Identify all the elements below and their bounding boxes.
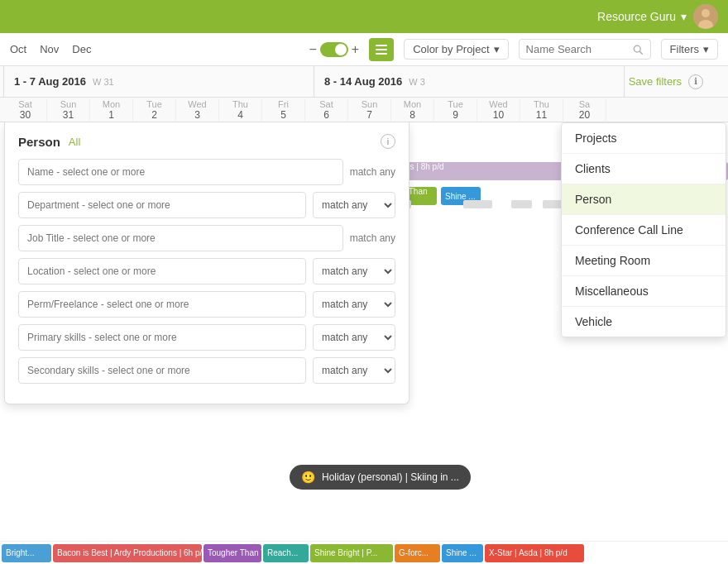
toggle-switch[interactable] bbox=[320, 42, 348, 57]
filter-row-1: match anymatch all bbox=[18, 192, 395, 218]
search-input[interactable] bbox=[526, 43, 629, 55]
color-by-chevron: ▾ bbox=[494, 43, 500, 55]
day-num: 7 bbox=[366, 109, 372, 121]
filter-input-5[interactable] bbox=[18, 324, 306, 351]
dropdown-menu: ProjectsClientsPersonConference Call Lin… bbox=[561, 122, 726, 337]
filter-row-0: match any bbox=[18, 159, 395, 185]
day-label: Sat bbox=[319, 99, 333, 109]
day-label: Thu bbox=[534, 99, 549, 109]
search-box bbox=[519, 39, 651, 60]
brand-logo[interactable]: Resource Guru ▾ bbox=[597, 10, 687, 23]
list-view-button[interactable] bbox=[369, 38, 394, 61]
day-label: Sa bbox=[579, 99, 590, 109]
day-cell-31: Sun31 bbox=[47, 99, 90, 121]
day-cell-8: Mon8 bbox=[391, 99, 434, 121]
day-num: 10 bbox=[493, 109, 504, 121]
week2-range: 8 - 14 Aug 2016 bbox=[324, 75, 402, 88]
day-num: 20 bbox=[579, 109, 590, 121]
day-cells: Sat30Sun31Mon1Tue2Wed3Thu4Fri5Sat6Sun7Mo… bbox=[4, 99, 728, 121]
save-filters-info-icon[interactable]: ℹ bbox=[688, 74, 703, 89]
filter-input-3[interactable] bbox=[18, 258, 306, 284]
day-cell-9: Tue9 bbox=[434, 99, 477, 121]
day-num: 9 bbox=[453, 109, 458, 121]
main-area: Amazing You (3T33) | Ani... Amazi... Tou… bbox=[0, 122, 728, 564]
filter-rows: match anymatch anymatch allmatch anymatc… bbox=[18, 159, 395, 384]
dropdown-item-person[interactable]: Person bbox=[562, 184, 726, 215]
filter-input-1[interactable] bbox=[18, 192, 306, 218]
match-select-5[interactable]: match anymatch all bbox=[313, 324, 395, 351]
match-label-0: match any bbox=[350, 166, 395, 178]
day-cell-4: Thu4 bbox=[219, 99, 262, 121]
filter-row-6: match anymatch all bbox=[18, 357, 395, 384]
resource-chip-4: Shine Bright | P... bbox=[310, 544, 393, 562]
filter-tab-all[interactable]: All bbox=[69, 136, 80, 148]
month-dec[interactable]: Dec bbox=[72, 43, 91, 55]
filter-input-6[interactable] bbox=[18, 357, 306, 384]
match-select-1[interactable]: match anymatch all bbox=[313, 192, 395, 218]
tooltip-text: Holiday (personal) | Skiing in ... bbox=[322, 471, 459, 483]
day-cell-10: Wed10 bbox=[477, 99, 520, 121]
zoom-out-btn[interactable]: − bbox=[309, 42, 316, 57]
day-num: 30 bbox=[20, 109, 31, 121]
month-oct[interactable]: Oct bbox=[10, 43, 26, 55]
filters-button[interactable]: Filters ▾ bbox=[661, 39, 718, 60]
day-cell-11: Thu11 bbox=[520, 99, 563, 121]
search-icon bbox=[633, 44, 643, 55]
svg-point-1 bbox=[702, 9, 710, 17]
day-num: 6 bbox=[323, 109, 329, 121]
brand-name: Resource Guru bbox=[597, 10, 676, 23]
day-cell-5: Fri5 bbox=[262, 99, 305, 121]
day-cell-20: Sa20 bbox=[563, 99, 606, 121]
dropdown-item-vehicle[interactable]: Vehicle bbox=[562, 307, 726, 337]
save-filters-button[interactable]: Save filters bbox=[629, 75, 682, 88]
brand-chevron: ▾ bbox=[681, 10, 687, 23]
day-label: Thu bbox=[232, 99, 248, 109]
secondary-nav: Oct Nov Dec − + Color by Project ▾ Filte… bbox=[0, 33, 728, 66]
match-select-4[interactable]: match anymatch all bbox=[313, 291, 395, 318]
filter-input-4[interactable] bbox=[18, 291, 306, 318]
day-label: Sun bbox=[60, 99, 77, 109]
week2-badge: W 3 bbox=[409, 77, 425, 87]
filter-input-0[interactable] bbox=[18, 159, 343, 185]
dropdown-item-miscellaneous[interactable]: Miscellaneous bbox=[562, 276, 726, 307]
resource-chip-3: Reach... bbox=[263, 544, 309, 562]
day-cell-3: Wed3 bbox=[176, 99, 219, 121]
month-nov[interactable]: Nov bbox=[40, 43, 59, 55]
filters-chevron: ▾ bbox=[703, 43, 709, 55]
match-select-3[interactable]: match anymatch all bbox=[313, 258, 395, 284]
resource-chip-7: X-Star | Asda | 8h p/d bbox=[485, 544, 584, 562]
small-bar bbox=[463, 200, 492, 208]
filter-input-2[interactable] bbox=[18, 225, 343, 251]
dropdown-item-conference-call-line[interactable]: Conference Call Line bbox=[562, 215, 726, 246]
day-num: 8 bbox=[410, 109, 415, 121]
resource-chip-0: Bright... bbox=[2, 544, 51, 562]
filter-header: Person All i bbox=[18, 134, 395, 149]
resource-chip-2: Tougher Than T... bbox=[204, 544, 261, 562]
avatar[interactable] bbox=[693, 4, 718, 29]
day-num: 3 bbox=[194, 109, 200, 121]
color-by-button[interactable]: Color by Project ▾ bbox=[404, 39, 508, 60]
zoom-in-btn[interactable]: + bbox=[352, 42, 359, 57]
resource-chip-1: Bacon is Best | Ardy Productions | 6h p/… bbox=[53, 544, 202, 562]
filters-label: Filters bbox=[670, 43, 699, 55]
filter-info-icon[interactable]: i bbox=[381, 134, 395, 149]
week-range-header: 1 - 7 Aug 2016 W 31 8 - 14 Aug 2016 W 3 … bbox=[0, 66, 728, 98]
week1-range: 1 - 7 Aug 2016 bbox=[14, 75, 86, 88]
day-label: Sat bbox=[18, 99, 32, 109]
filter-row-4: match anymatch all bbox=[18, 291, 395, 318]
dropdown-item-clients[interactable]: Clients bbox=[562, 154, 726, 184]
day-label: Tue bbox=[448, 99, 463, 109]
day-cell-7: Sun7 bbox=[348, 99, 391, 121]
day-num: 1 bbox=[108, 109, 114, 121]
nav-months: Oct Nov Dec bbox=[10, 43, 91, 55]
dropdown-item-projects[interactable]: Projects bbox=[562, 123, 726, 154]
filter-row-5: match anymatch all bbox=[18, 324, 395, 351]
dropdown-item-meeting-room[interactable]: Meeting Room bbox=[562, 246, 726, 276]
filter-panel: Person All i match anymatch anymatch all… bbox=[4, 122, 410, 404]
progress-text: os | 8h p/d bbox=[405, 162, 444, 171]
day-num: 11 bbox=[536, 109, 547, 121]
match-select-6[interactable]: match anymatch all bbox=[313, 357, 395, 384]
day-label: Wed bbox=[489, 99, 507, 109]
small-bar bbox=[511, 200, 532, 208]
filter-title: Person bbox=[18, 135, 60, 149]
